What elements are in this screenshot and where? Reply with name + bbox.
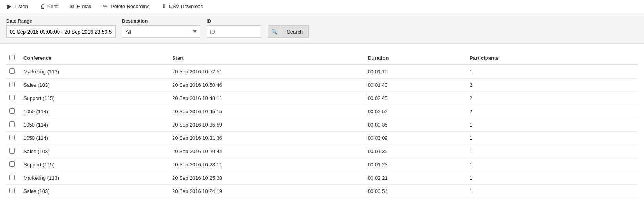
table-row: Support (115) 20 Sep 2016 10:48:11 00:02…: [6, 92, 638, 105]
table-row: 1050 (114) 20 Sep 2016 10:45:15 00:02:52…: [6, 105, 638, 118]
csv-download-button[interactable]: ⬇ CSV Download: [159, 2, 205, 10]
row-start: 20 Sep 2016 10:31:36: [169, 132, 365, 145]
toolbar: ▶ Listen 🖨 Print ✉ E-mail ✏ Delete Recor…: [0, 0, 644, 13]
delete-recording-button[interactable]: ✏ Delete Recording: [101, 2, 151, 10]
row-participants: 1: [466, 171, 638, 185]
recordings-table: Conference Start Duration Participants M…: [6, 52, 638, 198]
conference-header: Conference: [20, 52, 169, 65]
row-checkbox[interactable]: [9, 108, 15, 114]
row-participants: 1: [466, 145, 638, 158]
row-start: 20 Sep 2016 10:35:59: [169, 118, 365, 132]
row-conference: Support (115): [20, 158, 169, 171]
destination-group: Destination All: [122, 18, 200, 38]
listen-icon: ▶: [6, 3, 13, 9]
row-duration: 00:01:23: [365, 158, 466, 171]
row-duration: 00:02:52: [365, 105, 466, 118]
select-all-checkbox[interactable]: [9, 55, 15, 60]
table-row: Marketing (113) 20 Sep 2016 10:25:38 00:…: [6, 171, 638, 185]
delete-icon: ✏: [102, 3, 108, 9]
date-range-label: Date Range: [6, 18, 116, 24]
row-participants: 1: [466, 158, 638, 171]
search-icon-button[interactable]: 🔍: [268, 25, 281, 38]
row-duration: 00:01:10: [365, 65, 466, 79]
row-checkbox[interactable]: [9, 95, 15, 100]
table-row: 1050 (114) 20 Sep 2016 10:35:59 00:00:35…: [6, 118, 638, 132]
row-conference: Sales (103): [20, 185, 169, 198]
row-conference: Sales (103): [20, 79, 169, 92]
email-button[interactable]: ✉ E-mail: [67, 2, 93, 10]
row-checkbox-cell: [6, 105, 20, 118]
row-checkbox[interactable]: [9, 135, 15, 140]
row-checkbox-cell: [6, 171, 20, 185]
table-body: Marketing (113) 20 Sep 2016 10:52:51 00:…: [6, 65, 638, 198]
start-header: Start: [169, 52, 365, 65]
duration-header: Duration: [365, 52, 466, 65]
row-checkbox-cell: [6, 132, 20, 145]
select-all-header: [6, 52, 20, 65]
download-icon: ⬇: [161, 3, 167, 9]
table-container: Conference Start Duration Participants M…: [0, 52, 644, 198]
row-start: 20 Sep 2016 10:45:15: [169, 105, 365, 118]
table-header-row: Conference Start Duration Participants: [6, 52, 638, 65]
row-checkbox[interactable]: [9, 175, 15, 180]
row-participants: 2: [466, 79, 638, 92]
row-checkbox[interactable]: [9, 82, 15, 87]
search-button[interactable]: Search: [281, 25, 309, 38]
row-checkbox-cell: [6, 65, 20, 79]
row-duration: 00:00:54: [365, 185, 466, 198]
listen-button[interactable]: ▶ Listen: [5, 2, 30, 10]
row-checkbox[interactable]: [9, 148, 15, 154]
print-icon: 🖨: [39, 3, 45, 9]
row-duration: 00:02:21: [365, 171, 466, 185]
table-row: Marketing (113) 20 Sep 2016 10:52:51 00:…: [6, 65, 638, 79]
table-row: 1050 (114) 20 Sep 2016 10:31:36 00:03:09…: [6, 132, 638, 145]
row-conference: 1050 (114): [20, 105, 169, 118]
row-duration: 00:03:09: [365, 132, 466, 145]
filter-bar: Date Range Destination All ID 🔍 Search: [0, 13, 644, 44]
row-checkbox-cell: [6, 79, 20, 92]
row-conference: 1050 (114): [20, 132, 169, 145]
row-checkbox-cell: [6, 145, 20, 158]
search-magnify-icon: 🔍: [271, 29, 278, 35]
id-group: ID: [207, 18, 261, 38]
table-row: Sales (103) 20 Sep 2016 10:50:46 00:01:4…: [6, 79, 638, 92]
row-conference: Marketing (113): [20, 171, 169, 185]
row-checkbox[interactable]: [9, 161, 15, 167]
row-checkbox-cell: [6, 118, 20, 132]
row-participants: 1: [466, 185, 638, 198]
id-input[interactable]: [207, 25, 261, 38]
participants-header: Participants: [466, 52, 638, 65]
row-start: 20 Sep 2016 10:25:38: [169, 171, 365, 185]
row-duration: 00:02:45: [365, 92, 466, 105]
row-participants: 2: [466, 105, 638, 118]
row-duration: 00:00:35: [365, 118, 466, 132]
email-icon: ✉: [68, 3, 75, 9]
row-checkbox-cell: [6, 92, 20, 105]
row-start: 20 Sep 2016 10:24:19: [169, 185, 365, 198]
row-start: 20 Sep 2016 10:28:11: [169, 158, 365, 171]
search-group: 🔍 Search: [268, 25, 309, 38]
row-conference: Sales (103): [20, 145, 169, 158]
row-participants: 1: [466, 65, 638, 79]
pagination: ◀ previous Page 1 of 1 next ▶: [0, 198, 644, 200]
row-checkbox[interactable]: [9, 121, 15, 127]
row-checkbox[interactable]: [9, 68, 15, 74]
destination-select[interactable]: All: [122, 25, 200, 38]
row-checkbox[interactable]: [9, 188, 15, 193]
row-checkbox-cell: [6, 158, 20, 171]
row-participants: 1: [466, 118, 638, 132]
table-row: Sales (103) 20 Sep 2016 10:24:19 00:00:5…: [6, 185, 638, 198]
date-range-input[interactable]: [6, 25, 116, 38]
row-conference: Marketing (113): [20, 65, 169, 79]
row-start: 20 Sep 2016 10:52:51: [169, 65, 365, 79]
row-start: 20 Sep 2016 10:48:11: [169, 92, 365, 105]
row-start: 20 Sep 2016 10:50:46: [169, 79, 365, 92]
table-row: Support (115) 20 Sep 2016 10:28:11 00:01…: [6, 158, 638, 171]
date-range-group: Date Range: [6, 18, 116, 38]
row-participants: 1: [466, 132, 638, 145]
row-duration: 00:01:40: [365, 79, 466, 92]
row-conference: 1050 (114): [20, 118, 169, 132]
id-label: ID: [207, 18, 261, 24]
print-button[interactable]: 🖨 Print: [38, 2, 59, 10]
destination-label: Destination: [122, 18, 200, 24]
